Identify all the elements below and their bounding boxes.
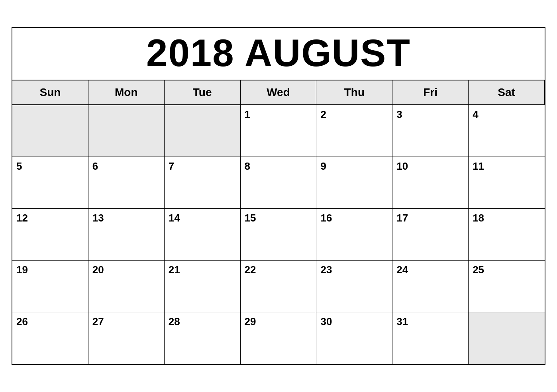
day-number-18: 18 (473, 212, 541, 224)
day-number-4: 4 (473, 108, 541, 121)
header-fri: Fri (392, 80, 469, 105)
day-number-16: 16 (320, 212, 388, 224)
day-number-17: 17 (396, 212, 464, 224)
day-31[interactable]: 31 (392, 312, 469, 364)
day-27[interactable]: 27 (88, 312, 165, 364)
day-number-23: 23 (320, 264, 388, 276)
day-15[interactable]: 15 (241, 209, 317, 261)
day-4[interactable]: 4 (469, 105, 545, 157)
day-number-6: 6 (92, 160, 160, 172)
day-number-1: 1 (245, 108, 312, 121)
day-number-10: 10 (396, 160, 464, 172)
day-8[interactable]: 8 (241, 157, 317, 209)
empty-cell-w0-d0[interactable] (12, 105, 88, 157)
day-number-21: 21 (169, 264, 236, 276)
day-number-12: 12 (16, 212, 84, 224)
day-6[interactable]: 6 (88, 157, 165, 209)
day-number-26: 26 (16, 316, 84, 328)
day-number-5: 5 (16, 160, 84, 172)
day-number-11: 11 (473, 160, 541, 172)
day-26[interactable]: 26 (12, 312, 88, 364)
day-number-25: 25 (473, 264, 541, 276)
day-number-31: 31 (396, 316, 464, 328)
day-number-29: 29 (245, 316, 312, 328)
day-24[interactable]: 24 (392, 261, 469, 312)
day-number-22: 22 (245, 264, 312, 276)
day-19[interactable]: 19 (12, 261, 88, 312)
day-9[interactable]: 9 (316, 157, 392, 209)
day-25[interactable]: 25 (469, 261, 545, 312)
day-20[interactable]: 20 (88, 261, 165, 312)
day-number-13: 13 (92, 212, 160, 224)
day-14[interactable]: 14 (165, 209, 241, 261)
day-number-20: 20 (92, 264, 160, 276)
day-22[interactable]: 22 (241, 261, 317, 312)
day-1[interactable]: 1 (241, 105, 317, 157)
day-13[interactable]: 13 (88, 209, 165, 261)
empty-cell-w4-d6[interactable] (469, 312, 545, 364)
header-thu: Thu (316, 80, 392, 105)
day-2[interactable]: 2 (316, 105, 392, 157)
day-7[interactable]: 7 (165, 157, 241, 209)
header-tue: Tue (165, 80, 241, 105)
day-29[interactable]: 29 (241, 312, 317, 364)
day-number-19: 19 (16, 264, 84, 276)
header-sun: Sun (12, 80, 88, 105)
day-number-9: 9 (320, 160, 388, 172)
day-number-27: 27 (92, 316, 160, 328)
day-number-3: 3 (396, 108, 464, 121)
header-wed: Wed (241, 80, 317, 105)
day-number-28: 28 (169, 316, 236, 328)
day-17[interactable]: 17 (392, 209, 469, 261)
day-21[interactable]: 21 (165, 261, 241, 312)
day-23[interactable]: 23 (316, 261, 392, 312)
calendar-title: 2018 AUGUST (12, 28, 545, 80)
day-number-14: 14 (169, 212, 236, 224)
day-10[interactable]: 10 (392, 157, 469, 209)
day-number-2: 2 (320, 108, 388, 121)
header-sat: Sat (469, 80, 545, 105)
day-number-30: 30 (320, 316, 388, 328)
day-number-15: 15 (245, 212, 312, 224)
day-3[interactable]: 3 (392, 105, 469, 157)
day-18[interactable]: 18 (469, 209, 545, 261)
day-number-24: 24 (396, 264, 464, 276)
empty-cell-w0-d2[interactable] (165, 105, 241, 157)
calendar: 2018 AUGUST SunMonTueWedThuFriSat1234567… (12, 27, 545, 365)
day-16[interactable]: 16 (316, 209, 392, 261)
day-number-8: 8 (245, 160, 312, 172)
day-30[interactable]: 30 (316, 312, 392, 364)
calendar-grid: SunMonTueWedThuFriSat1234567891011121314… (12, 80, 545, 364)
day-number-7: 7 (169, 160, 236, 172)
day-28[interactable]: 28 (165, 312, 241, 364)
day-12[interactable]: 12 (12, 209, 88, 261)
day-11[interactable]: 11 (469, 157, 545, 209)
header-mon: Mon (88, 80, 165, 105)
empty-cell-w0-d1[interactable] (88, 105, 165, 157)
day-5[interactable]: 5 (12, 157, 88, 209)
